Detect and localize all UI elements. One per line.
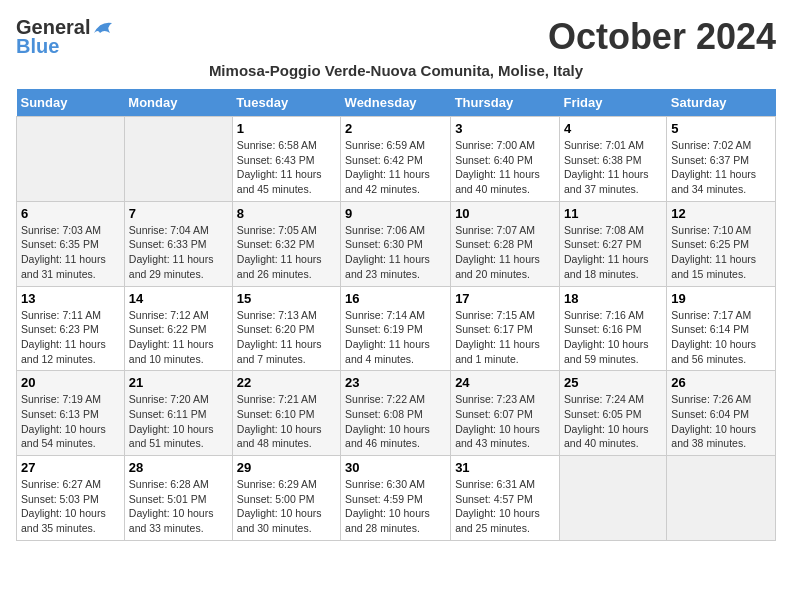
calendar-cell: 20Sunrise: 7:19 AM Sunset: 6:13 PM Dayli… xyxy=(17,371,125,456)
calendar-cell: 15Sunrise: 7:13 AM Sunset: 6:20 PM Dayli… xyxy=(232,286,340,371)
day-number: 10 xyxy=(455,206,555,221)
month-title: October 2024 xyxy=(114,16,776,58)
calendar-cell xyxy=(667,456,776,541)
day-of-week-header: Thursday xyxy=(451,89,560,117)
day-number: 28 xyxy=(129,460,228,475)
day-info: Sunrise: 7:11 AM Sunset: 6:23 PM Dayligh… xyxy=(21,308,120,367)
day-info: Sunrise: 7:08 AM Sunset: 6:27 PM Dayligh… xyxy=(564,223,662,282)
day-number: 13 xyxy=(21,291,120,306)
calendar-cell: 14Sunrise: 7:12 AM Sunset: 6:22 PM Dayli… xyxy=(124,286,232,371)
calendar-cell: 24Sunrise: 7:23 AM Sunset: 6:07 PM Dayli… xyxy=(451,371,560,456)
calendar-cell xyxy=(124,117,232,202)
day-info: Sunrise: 7:06 AM Sunset: 6:30 PM Dayligh… xyxy=(345,223,446,282)
day-info: Sunrise: 7:01 AM Sunset: 6:38 PM Dayligh… xyxy=(564,138,662,197)
day-number: 19 xyxy=(671,291,771,306)
calendar-subtitle: Mimosa-Poggio Verde-Nuova Comunita, Moli… xyxy=(16,62,776,79)
calendar-cell: 27Sunrise: 6:27 AM Sunset: 5:03 PM Dayli… xyxy=(17,456,125,541)
logo-bird-icon xyxy=(92,19,114,37)
day-info: Sunrise: 6:29 AM Sunset: 5:00 PM Dayligh… xyxy=(237,477,336,536)
calendar-cell: 19Sunrise: 7:17 AM Sunset: 6:14 PM Dayli… xyxy=(667,286,776,371)
day-number: 11 xyxy=(564,206,662,221)
day-of-week-header: Friday xyxy=(559,89,666,117)
calendar-cell: 13Sunrise: 7:11 AM Sunset: 6:23 PM Dayli… xyxy=(17,286,125,371)
logo: General Blue xyxy=(16,16,114,58)
calendar-cell: 22Sunrise: 7:21 AM Sunset: 6:10 PM Dayli… xyxy=(232,371,340,456)
day-info: Sunrise: 7:24 AM Sunset: 6:05 PM Dayligh… xyxy=(564,392,662,451)
calendar-cell: 10Sunrise: 7:07 AM Sunset: 6:28 PM Dayli… xyxy=(451,201,560,286)
day-info: Sunrise: 7:19 AM Sunset: 6:13 PM Dayligh… xyxy=(21,392,120,451)
day-of-week-header: Monday xyxy=(124,89,232,117)
calendar-cell: 17Sunrise: 7:15 AM Sunset: 6:17 PM Dayli… xyxy=(451,286,560,371)
calendar-cell: 2Sunrise: 6:59 AM Sunset: 6:42 PM Daylig… xyxy=(341,117,451,202)
day-info: Sunrise: 7:15 AM Sunset: 6:17 PM Dayligh… xyxy=(455,308,555,367)
calendar-cell xyxy=(17,117,125,202)
day-info: Sunrise: 7:10 AM Sunset: 6:25 PM Dayligh… xyxy=(671,223,771,282)
calendar-cell: 11Sunrise: 7:08 AM Sunset: 6:27 PM Dayli… xyxy=(559,201,666,286)
day-info: Sunrise: 7:14 AM Sunset: 6:19 PM Dayligh… xyxy=(345,308,446,367)
calendar-cell: 18Sunrise: 7:16 AM Sunset: 6:16 PM Dayli… xyxy=(559,286,666,371)
calendar-cell: 28Sunrise: 6:28 AM Sunset: 5:01 PM Dayli… xyxy=(124,456,232,541)
logo-blue: Blue xyxy=(16,35,59,58)
day-info: Sunrise: 6:31 AM Sunset: 4:57 PM Dayligh… xyxy=(455,477,555,536)
calendar-cell: 4Sunrise: 7:01 AM Sunset: 6:38 PM Daylig… xyxy=(559,117,666,202)
day-info: Sunrise: 7:26 AM Sunset: 6:04 PM Dayligh… xyxy=(671,392,771,451)
day-number: 3 xyxy=(455,121,555,136)
day-number: 14 xyxy=(129,291,228,306)
day-number: 8 xyxy=(237,206,336,221)
calendar-cell: 21Sunrise: 7:20 AM Sunset: 6:11 PM Dayli… xyxy=(124,371,232,456)
calendar-cell xyxy=(559,456,666,541)
calendar-cell: 26Sunrise: 7:26 AM Sunset: 6:04 PM Dayli… xyxy=(667,371,776,456)
day-number: 25 xyxy=(564,375,662,390)
day-number: 26 xyxy=(671,375,771,390)
day-info: Sunrise: 6:27 AM Sunset: 5:03 PM Dayligh… xyxy=(21,477,120,536)
day-number: 1 xyxy=(237,121,336,136)
day-info: Sunrise: 7:17 AM Sunset: 6:14 PM Dayligh… xyxy=(671,308,771,367)
calendar-cell: 5Sunrise: 7:02 AM Sunset: 6:37 PM Daylig… xyxy=(667,117,776,202)
day-info: Sunrise: 7:05 AM Sunset: 6:32 PM Dayligh… xyxy=(237,223,336,282)
calendar-cell: 7Sunrise: 7:04 AM Sunset: 6:33 PM Daylig… xyxy=(124,201,232,286)
calendar-cell: 3Sunrise: 7:00 AM Sunset: 6:40 PM Daylig… xyxy=(451,117,560,202)
day-number: 24 xyxy=(455,375,555,390)
calendar-cell: 12Sunrise: 7:10 AM Sunset: 6:25 PM Dayli… xyxy=(667,201,776,286)
day-number: 6 xyxy=(21,206,120,221)
day-number: 29 xyxy=(237,460,336,475)
day-number: 30 xyxy=(345,460,446,475)
calendar-cell: 23Sunrise: 7:22 AM Sunset: 6:08 PM Dayli… xyxy=(341,371,451,456)
day-info: Sunrise: 7:21 AM Sunset: 6:10 PM Dayligh… xyxy=(237,392,336,451)
day-info: Sunrise: 7:20 AM Sunset: 6:11 PM Dayligh… xyxy=(129,392,228,451)
day-info: Sunrise: 7:22 AM Sunset: 6:08 PM Dayligh… xyxy=(345,392,446,451)
day-number: 17 xyxy=(455,291,555,306)
calendar-cell: 30Sunrise: 6:30 AM Sunset: 4:59 PM Dayli… xyxy=(341,456,451,541)
day-of-week-header: Saturday xyxy=(667,89,776,117)
day-number: 12 xyxy=(671,206,771,221)
day-info: Sunrise: 6:28 AM Sunset: 5:01 PM Dayligh… xyxy=(129,477,228,536)
day-number: 23 xyxy=(345,375,446,390)
day-info: Sunrise: 7:12 AM Sunset: 6:22 PM Dayligh… xyxy=(129,308,228,367)
day-info: Sunrise: 7:02 AM Sunset: 6:37 PM Dayligh… xyxy=(671,138,771,197)
day-number: 16 xyxy=(345,291,446,306)
day-number: 20 xyxy=(21,375,120,390)
calendar-cell: 6Sunrise: 7:03 AM Sunset: 6:35 PM Daylig… xyxy=(17,201,125,286)
day-number: 2 xyxy=(345,121,446,136)
day-number: 22 xyxy=(237,375,336,390)
calendar-cell: 9Sunrise: 7:06 AM Sunset: 6:30 PM Daylig… xyxy=(341,201,451,286)
day-info: Sunrise: 7:00 AM Sunset: 6:40 PM Dayligh… xyxy=(455,138,555,197)
day-number: 15 xyxy=(237,291,336,306)
day-info: Sunrise: 7:16 AM Sunset: 6:16 PM Dayligh… xyxy=(564,308,662,367)
day-number: 18 xyxy=(564,291,662,306)
day-number: 31 xyxy=(455,460,555,475)
day-info: Sunrise: 6:59 AM Sunset: 6:42 PM Dayligh… xyxy=(345,138,446,197)
day-info: Sunrise: 7:04 AM Sunset: 6:33 PM Dayligh… xyxy=(129,223,228,282)
calendar-cell: 8Sunrise: 7:05 AM Sunset: 6:32 PM Daylig… xyxy=(232,201,340,286)
day-info: Sunrise: 6:30 AM Sunset: 4:59 PM Dayligh… xyxy=(345,477,446,536)
calendar-cell: 25Sunrise: 7:24 AM Sunset: 6:05 PM Dayli… xyxy=(559,371,666,456)
calendar-table: SundayMondayTuesdayWednesdayThursdayFrid… xyxy=(16,89,776,541)
day-info: Sunrise: 7:13 AM Sunset: 6:20 PM Dayligh… xyxy=(237,308,336,367)
day-number: 9 xyxy=(345,206,446,221)
calendar-cell: 31Sunrise: 6:31 AM Sunset: 4:57 PM Dayli… xyxy=(451,456,560,541)
day-info: Sunrise: 7:03 AM Sunset: 6:35 PM Dayligh… xyxy=(21,223,120,282)
calendar-cell: 1Sunrise: 6:58 AM Sunset: 6:43 PM Daylig… xyxy=(232,117,340,202)
calendar-cell: 16Sunrise: 7:14 AM Sunset: 6:19 PM Dayli… xyxy=(341,286,451,371)
day-of-week-header: Tuesday xyxy=(232,89,340,117)
day-number: 4 xyxy=(564,121,662,136)
